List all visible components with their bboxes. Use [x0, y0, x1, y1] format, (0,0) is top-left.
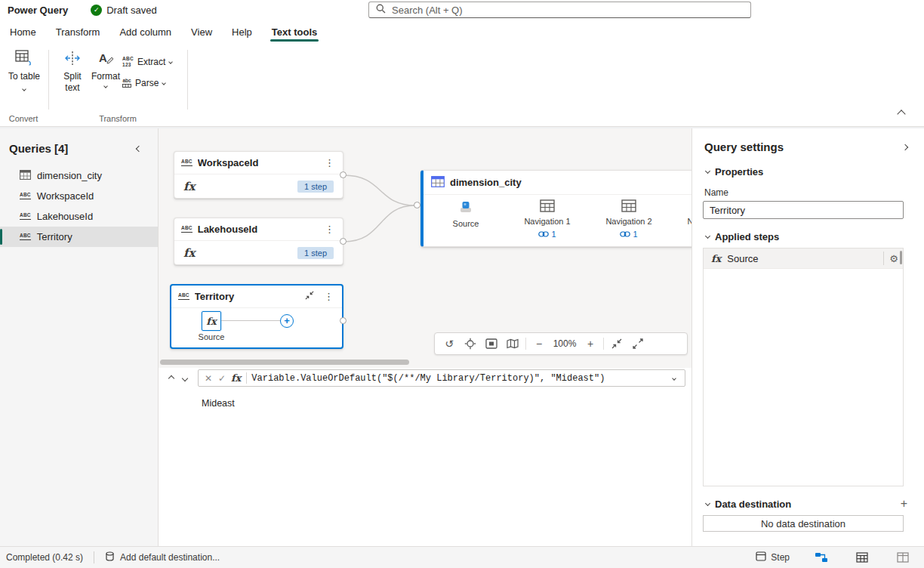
- diagram-view-toggle[interactable]: [812, 549, 830, 566]
- chevron-down-icon: [103, 84, 108, 88]
- applied-steps-section-header[interactable]: Applied steps: [706, 231, 907, 242]
- output-port-workspaceid[interactable]: [340, 171, 346, 178]
- diagram-step-navigation-3[interactable]: Navigation 3: [670, 199, 691, 239]
- link-icon: [538, 231, 549, 237]
- query-name-input[interactable]: [703, 201, 904, 219]
- extract-label: Extract: [137, 57, 165, 67]
- svg-text:A: A: [99, 51, 107, 64]
- node-title: dimension_city: [450, 177, 691, 188]
- add-destination-plus-button[interactable]: +: [901, 497, 907, 511]
- linked-queries-badge[interactable]: 1: [620, 230, 637, 239]
- reset-layout-icon[interactable]: ↺: [439, 334, 460, 353]
- node-title-row: dimension_city: [424, 171, 691, 195]
- output-port-lakehouseid[interactable]: [340, 238, 346, 245]
- query-item-territory[interactable]: ABC Territory: [0, 227, 158, 247]
- table-icon: [431, 176, 445, 190]
- global-search-box[interactable]: [368, 2, 751, 18]
- extract-button[interactable]: ABC123 Extract: [122, 53, 172, 71]
- step-count-badge[interactable]: 1 step: [297, 181, 334, 193]
- chevron-down-icon: [705, 233, 710, 239]
- to-table-button[interactable]: To table: [6, 50, 42, 93]
- query-item-workspaceid[interactable]: ABC WorkspaceId: [0, 186, 158, 206]
- fx-icon: fx: [183, 180, 195, 193]
- formula-bar: ✕ ✓ fx Variable.ValueOrDefault("$(/**/My…: [159, 368, 691, 388]
- collapse-all-icon[interactable]: [606, 334, 627, 353]
- extract-icon: ABC123: [122, 57, 134, 67]
- linked-queries-badge[interactable]: 1: [538, 230, 556, 239]
- fit-to-screen-icon[interactable]: [481, 334, 502, 353]
- navigation-table-icon: [621, 199, 636, 215]
- collapse-ribbon-button[interactable]: [892, 106, 910, 122]
- step-settings-gear-icon[interactable]: ⚙: [883, 252, 898, 265]
- tab-home[interactable]: Home: [0, 20, 46, 44]
- next-step-button[interactable]: [178, 371, 192, 386]
- collapse-queries-button[interactable]: [136, 145, 142, 151]
- tab-text-tools[interactable]: Text tools: [262, 20, 327, 44]
- parse-button[interactable]: abc Parse: [122, 74, 165, 92]
- cancel-formula-button[interactable]: ✕: [202, 371, 215, 386]
- output-port-territory[interactable]: [340, 317, 346, 324]
- applied-steps-scrollbar[interactable]: [900, 251, 902, 264]
- diagram-step-source[interactable]: Source: [425, 199, 507, 239]
- diagram-view-canvas[interactable]: ABC WorkspaceId ⋮ fx 1 step ABC Lakehous…: [159, 128, 691, 368]
- tab-transform[interactable]: Transform: [46, 20, 110, 44]
- canvas-horizontal-scrollbar[interactable]: [160, 360, 409, 365]
- search-input[interactable]: [392, 5, 744, 16]
- previous-step-button[interactable]: [165, 371, 178, 386]
- formula-input[interactable]: Variable.ValueOrDefault("$(/**/My Librar…: [251, 373, 673, 384]
- diagram-node-territory[interactable]: ABC Territory ⋮ fx + Source: [170, 284, 343, 349]
- tab-view[interactable]: View: [181, 20, 222, 44]
- properties-section-header[interactable]: Properties: [706, 166, 907, 178]
- diagram-step-navigation-1[interactable]: Navigation 1 1: [507, 199, 588, 239]
- data-destination-section-header[interactable]: Data destination +: [706, 497, 907, 511]
- input-port-dimension-city[interactable]: [414, 202, 420, 208]
- node-menu-button[interactable]: ⋮: [323, 224, 336, 235]
- no-data-destination-box[interactable]: No data destination: [703, 515, 904, 532]
- commit-formula-button[interactable]: ✓: [215, 371, 229, 386]
- node-menu-button[interactable]: ⋮: [323, 157, 336, 168]
- locate-selection-icon[interactable]: [460, 334, 481, 353]
- diagram-node-workspaceid[interactable]: ABC WorkspaceId ⋮ fx 1 step: [174, 151, 343, 199]
- preview-value[interactable]: Mideast: [202, 398, 235, 409]
- split-text-button[interactable]: Split text: [54, 50, 91, 93]
- zoom-level[interactable]: 100%: [550, 338, 580, 349]
- collapse-node-icon[interactable]: [305, 291, 314, 302]
- expand-all-icon[interactable]: [627, 334, 648, 353]
- applied-step-source[interactable]: fx Source ⚙: [704, 248, 903, 269]
- diagram-step-navigation-2[interactable]: Navigation 2 1: [588, 199, 670, 239]
- chevron-down-icon: [162, 81, 167, 85]
- convert-group-label: Convert: [0, 114, 47, 123]
- format-button[interactable]: A Format: [88, 50, 124, 88]
- data-view-toggle[interactable]: [853, 549, 871, 566]
- source-step-box[interactable]: fx: [202, 311, 221, 331]
- text-type-icon: ABC: [20, 213, 31, 220]
- fx-icon: fx: [206, 316, 216, 327]
- diagram-node-lakehouseid[interactable]: ABC LakehouseId ⋮ fx 1 step: [174, 218, 343, 265]
- step-count-badge[interactable]: 1 step: [297, 247, 334, 259]
- tab-add-column[interactable]: Add column: [109, 20, 181, 44]
- query-settings-title: Query settings: [704, 140, 784, 153]
- expand-formula-bar-button[interactable]: [672, 376, 676, 381]
- diagram-node-dimension-city[interactable]: dimension_city Source Navigation 1: [420, 170, 691, 247]
- group-divider: [187, 50, 188, 110]
- zoom-out-button[interactable]: −: [528, 334, 550, 353]
- draft-status: ✓ Draft saved: [91, 5, 156, 16]
- collapse-settings-button[interactable]: [902, 144, 908, 150]
- minimap-icon[interactable]: [502, 334, 523, 353]
- query-item-dimension-city[interactable]: dimension_city: [0, 165, 158, 186]
- add-default-destination-button[interactable]: Add default destination...: [105, 551, 220, 563]
- name-label: Name: [704, 187, 728, 198]
- node-steps-row: Source Navigation 1 1 Navig: [425, 199, 691, 239]
- node-menu-button[interactable]: ⋮: [322, 291, 335, 302]
- ribbon: To table Convert Split text A Format ABC…: [0, 44, 924, 127]
- query-item-label: LakehouseId: [37, 211, 93, 222]
- split-text-label: Split text: [60, 71, 85, 93]
- schema-view-toggle[interactable]: [894, 549, 912, 566]
- query-item-lakehouseid[interactable]: ABC LakehouseId: [0, 206, 158, 227]
- tab-help[interactable]: Help: [222, 20, 262, 44]
- zoom-in-button[interactable]: +: [580, 334, 601, 353]
- format-label: Format: [91, 71, 120, 82]
- step-view-button[interactable]: Step: [756, 551, 790, 563]
- step-connector: [221, 320, 282, 321]
- add-step-plus-button[interactable]: +: [280, 314, 294, 328]
